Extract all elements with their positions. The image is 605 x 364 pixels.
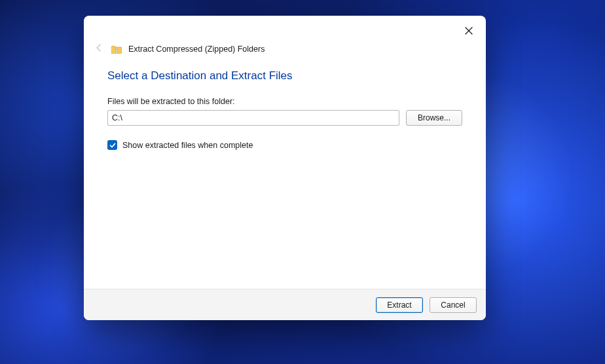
destination-path-input[interactable] — [107, 110, 399, 126]
show-files-checkbox-row: Show extracted files when complete — [107, 140, 462, 150]
show-files-checkbox-label[interactable]: Show extracted files when complete — [122, 141, 253, 150]
path-row: Browse... — [107, 110, 462, 126]
path-label: Files will be extracted to this folder: — [107, 97, 462, 106]
zip-folder-icon — [111, 45, 122, 54]
extract-dialog: Extract Compressed (Zipped) Folders Sele… — [84, 16, 486, 320]
dialog-footer: Extract Cancel — [84, 289, 486, 320]
checkmark-icon — [109, 139, 116, 151]
close-icon — [465, 26, 473, 37]
back-button[interactable] — [93, 43, 105, 55]
show-files-checkbox[interactable] — [107, 140, 117, 150]
section-heading: Select a Destination and Extract Files — [107, 69, 462, 82]
dialog-title: Extract Compressed (Zipped) Folders — [128, 45, 265, 54]
extract-button[interactable]: Extract — [376, 297, 423, 313]
dialog-body: Select a Destination and Extract Files F… — [84, 63, 486, 289]
close-button[interactable] — [460, 22, 478, 41]
dialog-titlebar — [84, 16, 486, 43]
browse-button[interactable]: Browse... — [406, 110, 462, 126]
cancel-button[interactable]: Cancel — [430, 297, 477, 313]
dialog-header: Extract Compressed (Zipped) Folders — [84, 43, 486, 63]
back-arrow-icon — [94, 43, 104, 56]
